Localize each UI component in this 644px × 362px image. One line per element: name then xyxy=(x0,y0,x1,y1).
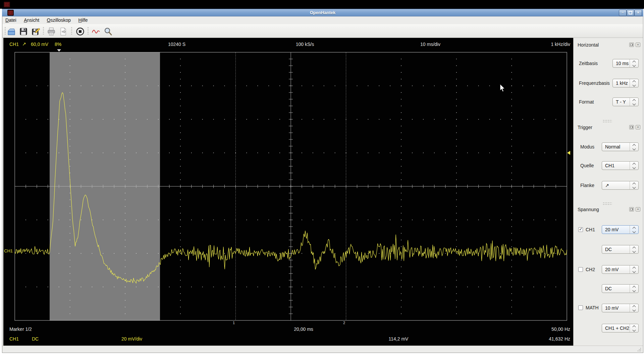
math-gain-select[interactable]: 10 mV xyxy=(602,304,639,312)
signal-icon xyxy=(91,27,101,36)
window-title: OpenHantek xyxy=(2,9,643,16)
spinner-arrows-icon[interactable] xyxy=(630,226,638,234)
ch2-gain-value: 20 mV xyxy=(605,265,619,274)
horizontal-close-button[interactable]: × xyxy=(636,43,640,47)
menu-hilfe-accel: H xyxy=(78,17,82,23)
toolbar-drag-handle[interactable] xyxy=(5,27,6,35)
math-gain-value: 10 mV xyxy=(605,304,619,312)
save-as-button[interactable] xyxy=(31,27,40,36)
ch1-gain-select[interactable]: 20 mV xyxy=(602,225,639,234)
stop-button[interactable] xyxy=(75,27,85,36)
menu-datei-label: atei xyxy=(9,17,16,23)
trigger-dock-handle[interactable] xyxy=(603,120,612,122)
resize-grip[interactable] xyxy=(637,347,641,351)
channel-zero-marker[interactable]: CH1 xyxy=(4,248,13,253)
signal-frequency-value: 41,632 Hz xyxy=(549,336,570,342)
desktop-app-icon[interactable] xyxy=(4,2,10,7)
frequenzbasis-select[interactable]: 1 kHz xyxy=(612,79,639,87)
menu-oszilloskop[interactable]: Oszilloskop xyxy=(44,16,74,24)
trigger-close-button[interactable]: × xyxy=(636,125,640,129)
open-button[interactable] xyxy=(7,27,16,36)
trigger-float-button[interactable] xyxy=(629,125,634,129)
frequencybase-value: 1 kHz/div xyxy=(551,42,570,47)
close-button[interactable]: × xyxy=(634,10,642,16)
mouse-cursor xyxy=(500,84,506,94)
ch2-gain-select[interactable]: 20 mV xyxy=(602,265,639,274)
window-menu-icon[interactable] xyxy=(7,10,14,16)
marker-frequency-value: 50,00 Hz xyxy=(551,326,570,332)
voltage-float-button[interactable] xyxy=(629,207,634,212)
ch1-checkbox[interactable] xyxy=(578,227,583,232)
format-select[interactable]: T - Y xyxy=(612,98,639,106)
zoom-button[interactable] xyxy=(103,27,113,36)
trigger-level-marker[interactable] xyxy=(567,151,570,155)
toolbar-separator xyxy=(71,27,72,35)
trigger-position-marker[interactable] xyxy=(57,49,61,52)
screen: OpenHantek − × Datei Ansicht Oszilloskop… xyxy=(0,0,644,362)
print-button[interactable] xyxy=(47,27,56,36)
spinner-arrows-icon[interactable] xyxy=(630,98,638,106)
signal-button[interactable] xyxy=(91,27,101,36)
spinner-arrows-icon[interactable] xyxy=(630,245,638,253)
stop-icon xyxy=(75,27,85,36)
modus-value: Normal xyxy=(605,143,620,151)
window-statusbar xyxy=(2,346,643,353)
math-mode-value: CH1 + CH2 xyxy=(605,324,629,332)
spinner-arrows-icon[interactable] xyxy=(630,265,638,274)
menu-datei[interactable]: Datei xyxy=(2,16,19,24)
spinner-arrows-icon[interactable] xyxy=(630,59,638,67)
spinner-arrows-icon[interactable] xyxy=(630,285,638,293)
export-icon xyxy=(59,27,68,36)
format-value: T - Y xyxy=(616,98,626,106)
marker-2-label[interactable]: 2 xyxy=(343,321,345,325)
timebase-value: 10 ms/div xyxy=(420,42,440,47)
quelle-value: CH1 xyxy=(605,162,614,170)
menu-ansicht-accel: A xyxy=(24,17,27,23)
flanke-label: Flanke xyxy=(580,183,594,188)
ch1-label: CH1 xyxy=(586,227,595,232)
math-checkbox[interactable] xyxy=(578,305,583,310)
ch1-gain-value: 20 mV xyxy=(605,226,619,234)
spinner-arrows-icon[interactable] xyxy=(630,79,638,87)
desktop-background xyxy=(0,0,644,9)
frequenzbasis-label: Frequenzbasis xyxy=(579,80,610,86)
export-button[interactable] xyxy=(59,27,68,36)
ch1-coupling-select[interactable]: DC xyxy=(602,245,639,254)
horizontal-float-button[interactable] xyxy=(629,43,634,47)
trigger-channel-label: CH1 xyxy=(9,42,19,47)
trigger-slope-icon: ↗ xyxy=(22,41,26,47)
spinner-arrows-icon[interactable] xyxy=(630,143,638,151)
marker-info-label: Marker 1/2 xyxy=(9,326,32,332)
marker-1-label[interactable]: 1 xyxy=(233,321,235,325)
amplitude-value: 114,2 mV xyxy=(389,336,409,342)
titlebar[interactable]: OpenHantek xyxy=(2,9,643,16)
trigger-dock-title: Trigger xyxy=(578,125,592,130)
voltage-dock-title: Spannung xyxy=(578,207,599,212)
menu-datei-accel: D xyxy=(5,17,9,23)
save-button[interactable] xyxy=(19,27,28,36)
menu-ansicht-label: nsicht xyxy=(27,17,40,23)
maximize-icon xyxy=(629,11,632,14)
save-icon xyxy=(19,27,28,36)
flanke-select[interactable]: ↗ xyxy=(602,181,639,190)
modus-label: Modus xyxy=(580,144,594,149)
math-mode-select[interactable]: CH1 + CH2 xyxy=(602,324,639,333)
ch2-coupling-select[interactable]: DC xyxy=(602,284,639,293)
ch2-checkbox[interactable] xyxy=(578,267,583,272)
spinner-arrows-icon[interactable] xyxy=(630,304,638,312)
maximize-button[interactable] xyxy=(627,10,634,16)
modus-select[interactable]: Normal xyxy=(602,142,639,151)
menu-hilfe[interactable]: Hilfe xyxy=(75,16,91,24)
voltage-close-button[interactable]: × xyxy=(636,207,640,212)
quelle-select[interactable]: CH1 xyxy=(602,161,639,170)
spinner-arrows-icon[interactable] xyxy=(630,181,638,189)
channel-status-label: CH1 xyxy=(9,336,19,342)
spinner-arrows-icon[interactable] xyxy=(630,162,638,170)
zeitbasis-select[interactable]: 10 ms xyxy=(612,59,639,68)
voltage-dock-handle[interactable] xyxy=(603,202,612,205)
spinner-arrows-icon[interactable] xyxy=(630,324,638,332)
scope-display-area[interactable] xyxy=(3,38,573,346)
menu-ansicht[interactable]: Ansicht xyxy=(21,16,42,24)
marker-time-value: 20,00 ms xyxy=(294,326,313,332)
minimize-button[interactable]: − xyxy=(619,10,627,16)
